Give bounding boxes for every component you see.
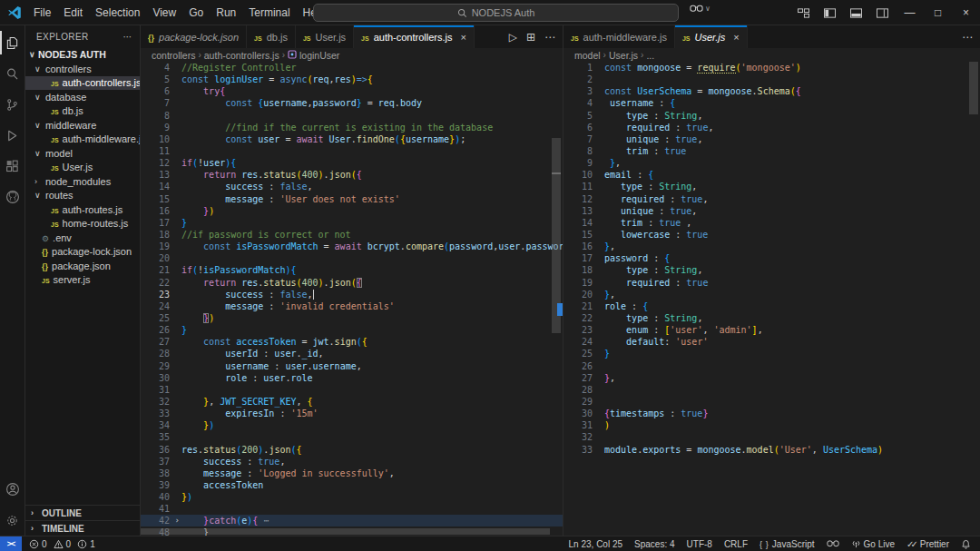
code-line-4[interactable]: 4 username : { (564, 97, 980, 109)
line-number[interactable]: 19 (141, 241, 181, 252)
line-number[interactable]: 13 (141, 169, 181, 181)
code-line-22[interactable]: 22 type : String, (564, 312, 980, 324)
code-line-11[interactable]: 11 type : String, (564, 181, 980, 192)
line-number[interactable]: 4 (564, 97, 604, 109)
line-number[interactable]: 8 (564, 145, 604, 157)
line-number[interactable]: 27 (564, 372, 604, 384)
line-number[interactable]: 9 (564, 157, 604, 169)
code-line-7[interactable]: 7 unique : true, (564, 133, 980, 145)
tab-db.js[interactable]: JSdb.js (247, 25, 296, 48)
command-center-search[interactable]: NODEJS Auth (313, 4, 679, 22)
code-line-15[interactable]: 15 lowercase : true (564, 229, 980, 241)
tree-item-package-lock.json[interactable]: {}package-lock.json (25, 245, 140, 260)
line-number[interactable]: 14 (141, 181, 181, 192)
breadcrumb-item[interactable]: model (574, 50, 601, 61)
line-number[interactable]: 16 (141, 205, 181, 217)
code-line-13[interactable]: 13 unique : true, (564, 205, 980, 217)
code-line-27[interactable]: 27}, (564, 372, 980, 384)
workspace-root-item[interactable]: ∨ NODEJS AUTH (25, 47, 140, 62)
maximize-button[interactable]: □ (924, 0, 952, 25)
code-line-40[interactable]: 40}) (141, 491, 563, 503)
line-number[interactable]: 4 (141, 62, 181, 74)
tab-User.js[interactable]: JSUser.js (296, 25, 354, 48)
code-line-3[interactable]: 3const UserSchema = mongoose.Schema({ (564, 85, 980, 97)
tree-item-.env[interactable]: ⚙.env (25, 231, 140, 245)
breadcrumb-item[interactable]: ... (646, 50, 654, 61)
status-notifications[interactable] (961, 539, 971, 549)
code-line-14[interactable]: 14 success : false, (141, 181, 563, 192)
breadcrumb-item[interactable]: auth-controllers.js (204, 50, 279, 61)
breadcrumb-item[interactable]: loginUser (299, 50, 339, 61)
status-go-live[interactable]: Go Live (851, 539, 895, 549)
line-number[interactable]: 20 (564, 289, 604, 300)
code-line-23[interactable]: 23 success : false, (141, 289, 563, 300)
run-file-button[interactable]: ▷ (509, 31, 517, 44)
code-line-24[interactable]: 24 default: 'user' (564, 336, 980, 348)
code-line-12[interactable]: 12 required : true, (564, 193, 980, 205)
line-number[interactable]: 21 (564, 300, 604, 312)
line-number[interactable]: 28 (564, 384, 604, 396)
line-number[interactable]: 38 (141, 467, 181, 479)
code-line-39[interactable]: 39 accessToken (141, 479, 563, 491)
menu-selection[interactable]: Selection (89, 4, 146, 22)
split-editor-button[interactable]: ⊞ (526, 31, 535, 44)
vertical-scrollbar[interactable] (969, 62, 978, 114)
code-line-15[interactable]: 15 message : 'User does not exists' (141, 193, 563, 205)
line-number[interactable]: 32 (141, 396, 181, 408)
activity-explorer-icon[interactable] (0, 27, 25, 58)
line-number[interactable]: 40 (141, 491, 181, 503)
tree-item-auth-middleware.js[interactable]: JSauth-middleware.js (25, 133, 140, 147)
line-number[interactable]: 24 (141, 300, 181, 312)
line-number[interactable]: 1 (564, 62, 604, 74)
code-line-27[interactable]: 27 const accessToken = jwt.sign({ (141, 336, 563, 348)
line-number[interactable]: 33 (564, 444, 604, 456)
code-line-17[interactable]: 17} (141, 217, 563, 229)
line-number[interactable]: 25 (141, 312, 181, 324)
code-line-32[interactable]: 32 }, JWT_SECRET_KEY, { (141, 396, 563, 408)
line-number[interactable]: 26 (564, 360, 604, 372)
line-number[interactable]: 5 (564, 110, 604, 122)
code-line-4[interactable]: 4//Register Controller (141, 62, 563, 74)
line-number[interactable]: 28 (141, 348, 181, 359)
tab-auth-controllers.js[interactable]: JSauth-controllers.js× (354, 25, 475, 48)
code-line-22[interactable]: 22 return res.status(400).json({ (141, 277, 563, 289)
activity-account-icon[interactable] (0, 474, 25, 505)
line-number[interactable]: 17 (141, 217, 181, 229)
line-number[interactable]: 8 (141, 110, 181, 122)
activity-source-control-icon[interactable] (0, 89, 25, 120)
more-actions-button[interactable]: ⋯ (544, 31, 555, 44)
line-number[interactable]: 15 (141, 193, 181, 205)
tab-package-lock.json[interactable]: {}package-lock.json (141, 25, 247, 48)
line-number[interactable]: 31 (564, 419, 604, 431)
line-number[interactable]: 22 (564, 312, 604, 324)
tree-item-auth-routes.js[interactable]: JSauth-routes.js (25, 202, 140, 217)
line-number[interactable]: 7 (141, 97, 181, 109)
line-number[interactable]: 7 (564, 133, 604, 145)
line-number[interactable]: 22 (141, 277, 181, 289)
code-line-5[interactable]: 5const loginUser = async(req,res)=>{ (141, 74, 563, 85)
code-editor[interactable]: 4//Register Controller5const loginUser =… (141, 62, 563, 536)
line-number[interactable]: 26 (141, 324, 181, 336)
code-line-29[interactable]: 29 (564, 396, 980, 408)
code-line-35[interactable]: 35 (141, 431, 563, 443)
line-number[interactable]: 6 (141, 85, 181, 97)
line-number[interactable]: 24 (564, 336, 604, 348)
line-number[interactable]: 18 (141, 229, 181, 241)
breadcrumb[interactable]: controllers›auth-controllers.js›loginUse… (141, 48, 563, 62)
minimize-button[interactable]: — (896, 0, 924, 25)
line-number[interactable]: 12 (564, 193, 604, 205)
line-number[interactable]: 34 (141, 419, 181, 431)
code-line-17[interactable]: 17password : { (564, 252, 980, 264)
menu-edit[interactable]: Edit (57, 4, 89, 22)
code-line-10[interactable]: 10email : { (564, 169, 980, 181)
line-number[interactable]: 19 (564, 277, 604, 289)
problems-indicator[interactable]: 0 0 1 (29, 539, 95, 549)
tree-item-model[interactable]: ∨model (25, 146, 140, 161)
status-eol-sequence[interactable]: CRLF (724, 539, 748, 549)
code-line-37[interactable]: 37 success : true, (141, 456, 563, 467)
line-number[interactable]: 11 (141, 145, 181, 157)
status-cursor-position[interactable]: Ln 23, Col 25 (569, 539, 623, 549)
tree-item-home-routes.js[interactable]: JShome-routes.js (25, 217, 140, 231)
breadcrumb-item[interactable]: controllers (152, 50, 195, 61)
menu-run[interactable]: Run (210, 4, 242, 22)
